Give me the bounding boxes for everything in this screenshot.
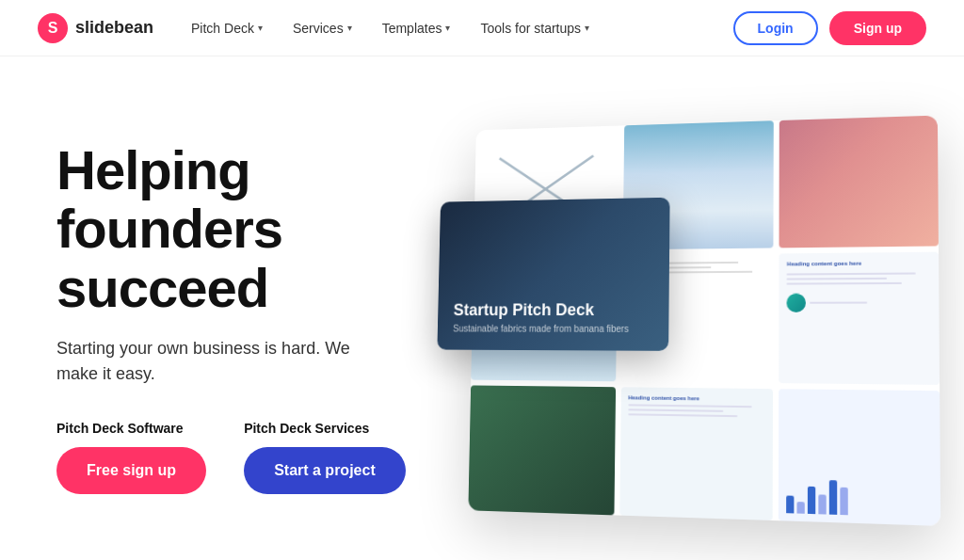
slide-thumbnail-6: Heading content goes here — [779, 251, 940, 384]
pitch-card-title: Startup Pitch Deck — [453, 300, 652, 320]
chevron-down-icon: ▾ — [258, 23, 263, 33]
slide-thumbnail-9 — [779, 389, 940, 526]
nav-templates[interactable]: Templates ▾ — [382, 21, 451, 36]
nav-pitch-deck[interactable]: Pitch Deck ▾ — [191, 21, 263, 36]
hero-section: Helping founders succeed Starting your o… — [0, 56, 964, 560]
start-project-button[interactable]: Start a project — [244, 447, 406, 494]
nav-tools-for-startups[interactable]: Tools for startups ▾ — [480, 21, 589, 36]
nav-actions: Login Sign up — [733, 11, 926, 45]
hero-subtext: Starting your own business is hard. We m… — [56, 336, 358, 387]
slide-thumbnail-3 — [779, 115, 939, 248]
cta-right-label: Pitch Deck Services — [244, 421, 406, 436]
logo-icon: S — [38, 13, 68, 43]
login-button[interactable]: Login — [733, 11, 818, 45]
cta-left-label: Pitch Deck Software — [56, 421, 206, 436]
cta-pitch-deck-software: Pitch Deck Software Free sign up — [56, 421, 206, 494]
navigation: S slidebean Pitch Deck ▾ Services ▾ Temp… — [0, 0, 964, 56]
chevron-down-icon: ▾ — [347, 23, 352, 33]
nav-links: Pitch Deck ▾ Services ▾ Templates ▾ Tool… — [191, 21, 733, 36]
slide-thumbnail-8: Heading content goes here — [619, 387, 773, 520]
signup-button[interactable]: Sign up — [829, 11, 926, 45]
pitch-card-subtitle: Sustainable fabrics made from banana fib… — [453, 323, 652, 333]
hero-right: Heading content goes here Heading conten… — [461, 113, 932, 522]
cta-group: Pitch Deck Software Free sign up Pitch D… — [56, 421, 461, 494]
cta-pitch-deck-services: Pitch Deck Services Start a project — [244, 421, 406, 494]
hero-left: Helping founders succeed Starting your o… — [56, 141, 461, 495]
hero-heading: Helping founders succeed — [56, 141, 461, 318]
nav-services[interactable]: Services ▾ — [293, 21, 352, 36]
pitch-card: Startup Pitch Deck Sustainable fabrics m… — [437, 197, 669, 350]
pitch-deck-collage: Heading content goes here Heading conten… — [468, 115, 940, 525]
logo-text: slidebean — [75, 18, 153, 38]
logo[interactable]: S slidebean — [38, 13, 153, 43]
chevron-down-icon: ▾ — [585, 23, 589, 33]
chevron-down-icon: ▾ — [445, 23, 450, 33]
free-signup-button[interactable]: Free sign up — [56, 447, 206, 494]
slide-thumbnail-7 — [468, 385, 615, 515]
